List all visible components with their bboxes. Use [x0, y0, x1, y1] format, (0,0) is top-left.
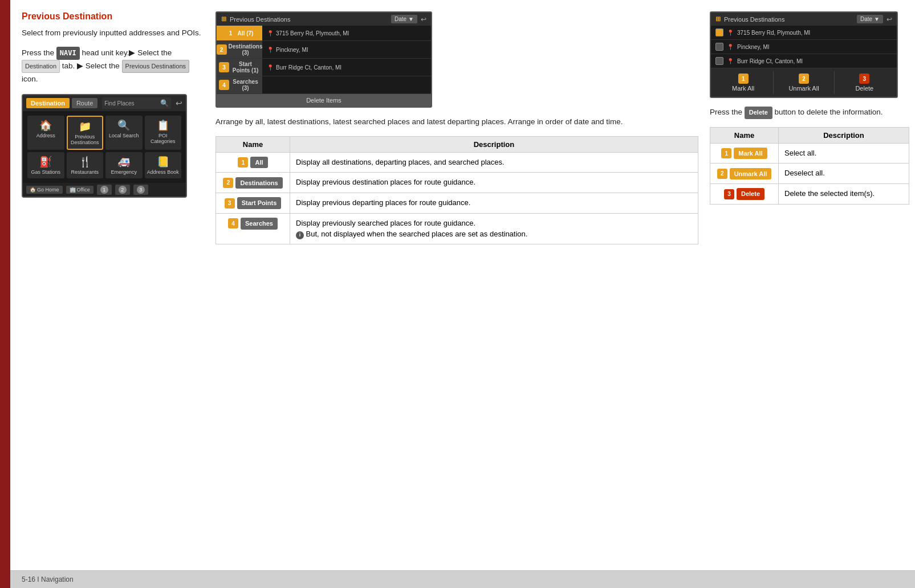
prev-dest-row-startpoints: 3 Start Points (1) 📍 Burr Ridge Ct, Cant…: [217, 59, 431, 76]
checkbox-2[interactable]: [715, 43, 723, 51]
table2-cell-delete-desc: Delete the selected item(s).: [779, 184, 909, 205]
destinations-label: Destinations (3): [229, 43, 263, 56]
nav-tab-destination[interactable]: Destination: [26, 98, 70, 108]
date-sort-label-col3: Date: [860, 16, 872, 22]
nav-ui-mockup: Destination Route Find Places 🔍 ↩ 🏠 Addr…: [22, 94, 187, 198]
btn-mark-all: Mark All: [734, 148, 767, 160]
table2-col-name: Name: [710, 127, 779, 143]
table-row-startpoints: 3 Start Points Display previous departin…: [216, 193, 698, 214]
nav-btn-3[interactable]: 3: [133, 185, 148, 195]
nav-icon-address[interactable]: 🏠 Address: [27, 116, 64, 150]
delete-btn[interactable]: 3 Delete: [835, 71, 894, 94]
sidebar-item-searches[interactable]: 4 Searches (3): [217, 76, 262, 93]
table-row-all: 1 All Display all destinations, departin…: [216, 152, 698, 173]
num-circle-4: 4: [228, 218, 238, 228]
nav-search-bar[interactable]: Find Places 🔍: [102, 97, 171, 109]
table-row-searches: 4 Searches Display previously searched p…: [216, 213, 698, 244]
nav-btn-2[interactable]: 2: [115, 185, 130, 195]
nav-icon-prev-dest[interactable]: 📁 Previous Destinations: [67, 116, 104, 150]
address-3: Burr Ridge Ct, Canton, MI: [276, 64, 341, 71]
prev-dest-row-all: 1 All (7) 📍 3715 Berry Rd, Plymouth, MI: [217, 26, 431, 41]
nav-icon-gas[interactable]: ⛽ Gas Stations: [27, 152, 64, 178]
num-circle-3: 3: [225, 198, 235, 209]
prev-dest-content-3: 📍 Burr Ridge Ct, Canton, MI: [262, 59, 431, 76]
startpoints-label: Start Points (1): [231, 61, 260, 74]
delete-num: 3: [859, 74, 869, 84]
nav-icon-label-emergency: Emergency: [111, 169, 137, 175]
table-col-name: Name: [216, 136, 290, 152]
column-3: ⊞ Previous Destinations Date ▼ ↩ 📍 3715 …: [710, 11, 909, 559]
btn-delete: Delete: [737, 188, 764, 200]
row-num-badge-dest: 2 Destinations: [223, 177, 282, 189]
nav-num-circle-3: 3: [137, 186, 145, 194]
nav-btn-1[interactable]: 1: [97, 185, 112, 195]
prev-dest-row2-3: 📍 Burr Ridge Ct, Canton, MI: [711, 54, 897, 68]
num-circle-2: 2: [223, 178, 233, 188]
dropdown-arrow-icon: ▼: [408, 16, 414, 22]
date-sort-select-col3[interactable]: Date ▼: [857, 15, 883, 23]
nav-btn-office[interactable]: 🏢 Office: [66, 186, 93, 194]
table-cell-start-desc: Display previous departing places for ro…: [290, 193, 698, 214]
prev-dest-content-4: [262, 76, 431, 93]
num-badge-2: 2: [217, 44, 227, 55]
nav-icon-emergency[interactable]: 🚑 Emergency: [105, 152, 143, 178]
nav-icon-label-gas: Gas Stations: [31, 169, 60, 175]
nav-icon-label-address-book: Address Book: [147, 169, 179, 175]
prev-dest-title-col3: Previous Destinations: [724, 16, 853, 23]
pin-icon-2: 📍: [267, 47, 274, 53]
prev-dest-back-btn-col2[interactable]: ↩: [421, 15, 426, 23]
address-1: 3715 Berry Rd, Plymouth, MI: [276, 30, 349, 36]
footer-text: 5-16 I Navigation: [22, 575, 74, 583]
sidebar-item-all[interactable]: 1 All (7): [217, 26, 262, 40]
num-circle-m2: 2: [717, 169, 727, 179]
table-col-desc: Description: [290, 136, 698, 152]
info-icon: i: [296, 231, 304, 239]
left-sidebar: [0, 0, 10, 588]
nav-icon-local-search[interactable]: 🔍 Local Search: [105, 116, 143, 150]
mark-all-label: Mark All: [732, 85, 754, 92]
section-description: Select from previously inputted addresse…: [22, 27, 204, 39]
pin-icon-1: 📍: [267, 30, 274, 36]
prev-dest-back-btn-col3[interactable]: ↩: [886, 15, 892, 23]
table-row-destinations: 2 Destinations Display previous destinat…: [216, 173, 698, 193]
sidebar-item-destinations[interactable]: 2 Destinations (3): [217, 41, 262, 58]
nav-icon-restaurants[interactable]: 🍴 Restaurants: [67, 152, 104, 178]
column-1: Previous Destination Select from previou…: [22, 11, 204, 559]
nav-icon-poi[interactable]: 📋 POI Categories: [145, 116, 182, 150]
nav-tab-route[interactable]: Route: [72, 98, 97, 108]
pin-icon-c2: 📍: [727, 44, 734, 50]
pin-icon-3: 📍: [267, 64, 274, 71]
row-num-badge-unmarkall: 2 Unmark All: [717, 168, 772, 180]
prev-dest-title-col2: Previous Destinations: [230, 16, 388, 23]
description-table-col3: Name Description 1 Mark All: [710, 127, 909, 205]
btn-startpoints: Start Points: [237, 197, 282, 209]
checkbox-3[interactable]: [715, 57, 723, 65]
nav-icon-label-address: Address: [36, 133, 55, 138]
nav-ui-header: Destination Route Find Places 🔍 ↩: [23, 95, 186, 111]
table-cell-searches-desc: Display previously searched places for r…: [290, 213, 698, 244]
searches-label: Searches (3): [231, 79, 260, 91]
sidebar-item-startpoints[interactable]: 3 Start Points (1): [217, 59, 262, 76]
date-sort-select[interactable]: Date ▼: [391, 15, 417, 23]
main-content: Previous Destination Select from previou…: [10, 0, 915, 588]
btn-unmark-all: Unmark All: [730, 168, 772, 180]
prev-dest-content-col2: 📍 3715 Berry Rd, Plymouth, MI: [262, 26, 431, 40]
description-table-col2: Name Description 1 All: [215, 136, 698, 244]
nav-btn-go-home[interactable]: 🏠 Go Home: [26, 186, 63, 194]
prev-dest-content-2: 📍 Pinckney, MI: [262, 41, 431, 58]
prev-dest-row-destinations: 2 Destinations (3) 📍 Pinckney, MI: [217, 41, 431, 59]
dropdown-arrow-icon-col3: ▼: [874, 16, 880, 22]
unmark-all-btn[interactable]: 2 Unmark All: [774, 71, 834, 94]
checkbox-1[interactable]: [715, 28, 723, 36]
address-c3: Burr Ridge Ct, Canton, MI: [737, 58, 803, 64]
nav-icon-address-book[interactable]: 📒 Address Book: [145, 152, 182, 178]
unmark-all-label: Unmark All: [788, 85, 819, 92]
delete-items-bar[interactable]: Delete Items: [217, 94, 431, 107]
address-icon: 🏠: [39, 119, 52, 132]
prev-dest-ui-col2: ⊞ Previous Destinations Date ▼ ↩ 1 All (…: [215, 11, 432, 108]
table2-cell-unmarkall-name: 2 Unmark All: [710, 164, 779, 184]
nav-icon-label-prev-dest: Previous Destinations: [70, 134, 100, 145]
mark-all-btn[interactable]: 1 Mark All: [713, 71, 774, 94]
nav-back-button[interactable]: ↩: [176, 99, 182, 108]
emergency-icon: 🚑: [117, 156, 130, 168]
